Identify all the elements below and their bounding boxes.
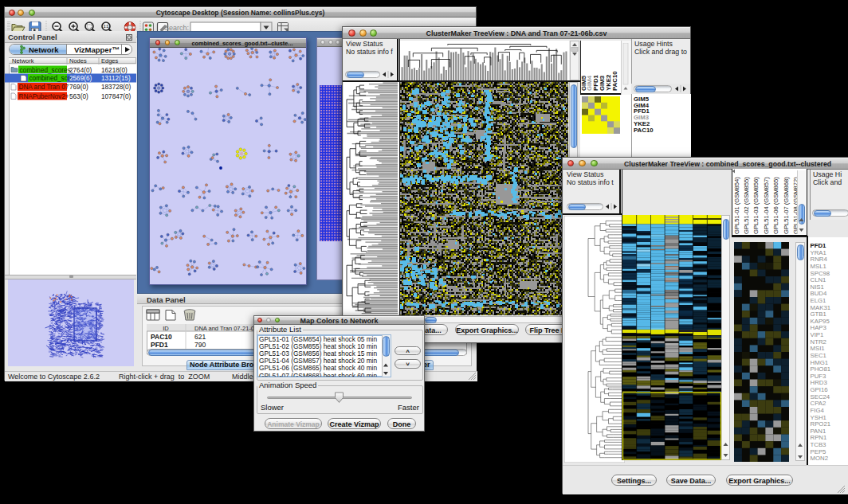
svg-text:MON2: MON2 bbox=[811, 455, 829, 462]
svg-text:107847(0): 107847(0) bbox=[101, 93, 132, 100]
svg-text:combined_scores_: combined_scores_ bbox=[20, 67, 75, 74]
svg-text:RNAPuberNov2+: RNAPuberNov2+ bbox=[19, 93, 69, 100]
svg-text:PAC10: PAC10 bbox=[611, 71, 618, 91]
svg-text:Edges: Edges bbox=[101, 57, 119, 64]
svg-text:13112(15): 13112(15) bbox=[101, 75, 131, 82]
svg-text:2764(0): 2764(0) bbox=[69, 67, 92, 74]
svg-text:Network: Network bbox=[29, 45, 59, 54]
svg-text:PAC10: PAC10 bbox=[151, 333, 172, 341]
svg-text:GPL51-06 (GSM865): GPL51-06 (GSM865) bbox=[772, 177, 779, 234]
svg-text:769(0): 769(0) bbox=[69, 84, 88, 91]
svg-text:GPL51-07 (GSM868) heat shock 6: GPL51-07 (GSM868) heat shock 60 min bbox=[259, 372, 377, 377]
svg-text:Nodes: Nodes bbox=[69, 57, 87, 64]
svg-text:GPL51-02 (GSM855): GPL51-02 (GSM855) bbox=[743, 177, 750, 234]
svg-text:621: 621 bbox=[194, 333, 206, 341]
svg-text:DNA and Tran 07-21-06b: DNA and Tran 07-21-06b bbox=[194, 325, 261, 332]
svg-text:HAP3: HAP3 bbox=[811, 324, 826, 331]
svg-text:GPL51-07 (GSM868): GPL51-07 (GSM868) bbox=[783, 177, 790, 234]
svg-text:563(0): 563(0) bbox=[69, 93, 88, 100]
svg-text:ID: ID bbox=[163, 325, 169, 332]
svg-text:PAC10: PAC10 bbox=[634, 127, 654, 134]
svg-text:16218(0): 16218(0) bbox=[101, 67, 128, 74]
svg-text:183728(0): 183728(0) bbox=[101, 84, 132, 91]
svg-text:SEC24: SEC24 bbox=[811, 393, 830, 400]
svg-text:GPL51-03 (GSM856): GPL51-03 (GSM856) bbox=[752, 177, 760, 234]
svg-text:1:1: 1:1 bbox=[104, 25, 109, 29]
svg-text:Network: Network bbox=[12, 57, 34, 64]
svg-text:PFD1: PFD1 bbox=[151, 341, 168, 349]
svg-text:GPL51-04 (GSM857): GPL51-04 (GSM857) bbox=[763, 177, 770, 234]
svg-text:combined_sco: combined_sco bbox=[29, 75, 72, 82]
svg-text:VizMapper™: VizMapper™ bbox=[74, 45, 120, 54]
svg-text:790: 790 bbox=[194, 341, 206, 349]
svg-text:BUD4: BUD4 bbox=[811, 290, 827, 297]
svg-text:DNA and Tran 07: DNA and Tran 07 bbox=[19, 84, 69, 91]
svg-text:HMG1: HMG1 bbox=[811, 359, 829, 366]
svg-text:PAN1: PAN1 bbox=[811, 428, 826, 435]
svg-text:RNR4: RNR4 bbox=[811, 256, 828, 263]
svg-text:GPL51-01 (GSM854): GPL51-01 (GSM854) bbox=[733, 177, 740, 234]
svg-text:2569(6): 2569(6) bbox=[69, 75, 92, 82]
